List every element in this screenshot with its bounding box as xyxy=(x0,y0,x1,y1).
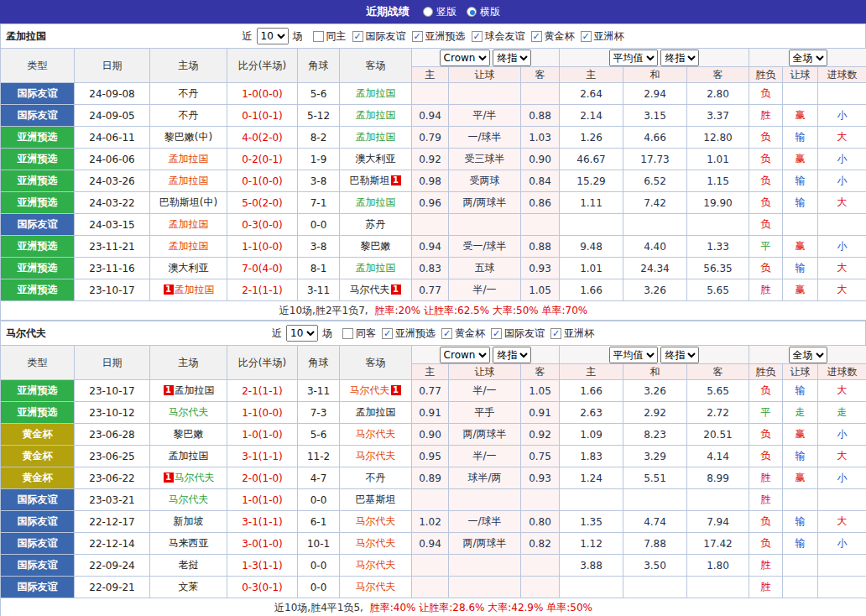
sub-col-goals-result: 进球数 xyxy=(818,364,866,380)
bookmaker-select[interactable]: Crown xyxy=(440,50,490,66)
win-loss-result: 胜 xyxy=(749,489,783,511)
handicap-line xyxy=(449,555,521,577)
handicap-home-odds: 0.94 xyxy=(412,105,449,127)
games-count-select[interactable]: 10 xyxy=(286,325,318,342)
handicap-home-odds: 0.96 xyxy=(412,192,449,214)
away-team-name: 马尔代夫 xyxy=(356,428,396,440)
avg-draw-odds: 4.74 xyxy=(623,511,687,533)
competition-checkbox[interactable]: ✓国际友谊 xyxy=(491,326,545,341)
checkbox-label: 亚洲预选 xyxy=(425,29,466,44)
goals-result xyxy=(818,577,866,598)
avg-home-odds: 1.12 xyxy=(560,533,623,555)
col-type: 类型 xyxy=(1,49,75,83)
avg-home-odds: 1.66 xyxy=(560,279,623,301)
match-row: 亚洲预选24-03-26孟加拉国0-1(0-0)3-8巴勒斯坦10.98受两球0… xyxy=(1,170,866,192)
competition-checkbox[interactable]: ✓球会友谊 xyxy=(472,29,525,44)
final-odds-select[interactable]: 终指 xyxy=(660,347,699,363)
final-odds-select[interactable]: 终指 xyxy=(493,347,531,363)
away-team-name: 不丹 xyxy=(366,472,386,483)
avg-away-odds xyxy=(687,214,749,236)
away-team-name: 马尔代夫 xyxy=(356,537,396,549)
handicap-away-odds: 0.86 xyxy=(521,192,560,214)
goals-result: 大 xyxy=(818,279,866,301)
final-odds-select[interactable]: 终指 xyxy=(493,50,531,66)
sub-col-handicap-result: 让球 xyxy=(783,67,818,83)
average-select[interactable]: 平均值 xyxy=(609,50,658,66)
corner-count: 6-1 xyxy=(298,511,340,533)
goals-result: 小 xyxy=(818,170,866,192)
avg-home-odds: 1.66 xyxy=(560,380,623,402)
fulltime-select[interactable]: 全场 xyxy=(789,50,827,66)
match-score: 2-1(1-1) xyxy=(227,380,298,402)
win-loss-result: 负 xyxy=(749,380,783,402)
away-team-cell: 马尔代夫1 xyxy=(340,279,412,301)
competition-type-badge: 国际友谊 xyxy=(1,105,75,127)
avg-away-odds: 20.51 xyxy=(687,424,749,446)
away-team-cell: 苏丹 xyxy=(340,214,412,236)
handicap-result xyxy=(783,489,818,511)
layout-radio-vertical[interactable]: 竖版 xyxy=(423,5,456,19)
layout-radio-horizontal[interactable]: 横版 xyxy=(467,5,500,19)
competition-type-badge: 亚洲预选 xyxy=(1,258,75,279)
avg-away-odds: 3.37 xyxy=(687,105,749,127)
sub-col-winloss: 胜负 xyxy=(749,67,783,83)
away-team-name: 巴基斯坦 xyxy=(356,493,396,505)
avg-draw-odds: 3.26 xyxy=(623,380,687,402)
corner-count: 0-0 xyxy=(298,489,340,511)
match-score: 2-1(1-1) xyxy=(227,279,298,301)
final-odds-select[interactable]: 终指 xyxy=(660,50,699,66)
win-loss-result: 负 xyxy=(749,424,783,446)
handicap-away-odds xyxy=(521,489,560,511)
win-loss-result: 负 xyxy=(749,533,783,555)
away-team-cell: 马尔代夫 xyxy=(340,577,412,598)
home-team-name: 不丹 xyxy=(179,109,199,121)
red-card-badge: 1 xyxy=(391,175,401,185)
bookmaker-select[interactable]: Crown xyxy=(440,347,490,363)
avg-home-odds: 1.01 xyxy=(560,258,623,279)
home-team-cell: 文莱 xyxy=(150,577,227,598)
competition-checkbox[interactable]: ✓黄金杯 xyxy=(441,326,485,341)
match-row: 国际友谊22-09-24老挝1-3(1-1)0-0马尔代夫3.883.501.8… xyxy=(1,555,866,577)
team-section-bangladesh: 孟加拉国 近 10 场 同主✓国际友谊✓亚洲预选✓球会友谊✓黄金杯✓亚洲杯 类型… xyxy=(0,23,866,321)
average-select[interactable]: 平均值 xyxy=(609,347,658,363)
handicap-result: 赢 xyxy=(783,149,818,170)
corner-count: 10-1 xyxy=(298,533,340,555)
avg-draw-odds: 24.34 xyxy=(623,258,687,279)
away-team-cell: 澳大利亚 xyxy=(340,149,412,170)
competition-checkbox[interactable]: ✓亚洲预选 xyxy=(382,326,436,341)
home-team-name: 马来西亚 xyxy=(169,537,209,549)
home-team-name: 孟加拉国 xyxy=(175,384,215,396)
home-team-cell: 巴勒斯坦(中) xyxy=(150,192,227,214)
fulltime-select[interactable]: 全场 xyxy=(789,347,827,363)
games-count-select[interactable]: 10 xyxy=(257,28,289,44)
match-score: 5-0(2-0) xyxy=(227,192,298,214)
competition-checkbox[interactable]: ✓亚洲杯 xyxy=(550,326,594,341)
handicap-result: 输 xyxy=(783,533,818,555)
red-card-badge: 1 xyxy=(164,285,174,295)
handicap-home-odds: 0.89 xyxy=(412,467,449,489)
home-team-cell: 孟加拉国 xyxy=(150,446,227,467)
competition-checkbox[interactable]: ✓亚洲杯 xyxy=(581,29,624,44)
competition-checkbox[interactable]: ✓亚洲预选 xyxy=(412,29,466,44)
sub-col-handicap: 让球 xyxy=(449,364,521,380)
handicap-result: 赢 xyxy=(783,236,818,258)
away-team-cell: 巴勒斯坦1 xyxy=(340,170,412,192)
handicap-away-odds: 0.88 xyxy=(521,105,560,127)
competition-checkbox[interactable]: ✓国际友谊 xyxy=(352,29,406,44)
sub-col-avg-draw: 和 xyxy=(623,67,687,83)
match-date: 24-06-06 xyxy=(75,149,150,170)
team-name: 孟加拉国 xyxy=(6,29,46,44)
match-row: 国际友谊23-03-21马尔代夫1-0(1-0)0-0巴基斯坦胜 xyxy=(1,489,866,511)
away-team-cell: 孟加拉国 xyxy=(340,258,412,279)
goals-result: 小 xyxy=(818,236,866,258)
checkbox-unchecked-icon xyxy=(342,328,353,339)
same-venue-checkbox[interactable]: 同主 xyxy=(313,29,347,44)
match-score: 1-1(0-0) xyxy=(227,236,298,258)
competition-checkbox[interactable]: ✓黄金杯 xyxy=(531,29,575,44)
goals-result xyxy=(818,83,866,105)
red-card-badge: 1 xyxy=(164,472,174,483)
handicap-result: 输 xyxy=(783,170,818,192)
same-venue-checkbox[interactable]: 同客 xyxy=(342,326,376,341)
match-date: 24-09-05 xyxy=(75,105,150,127)
match-date: 23-03-21 xyxy=(75,489,150,511)
